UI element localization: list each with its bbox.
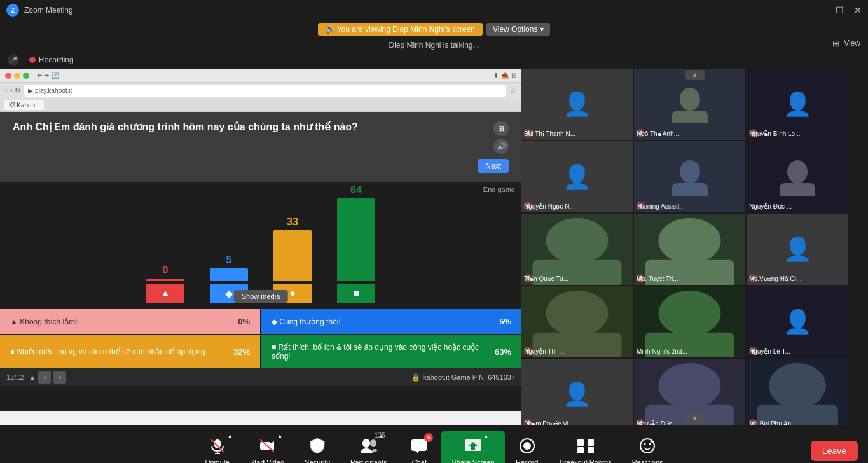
start-video-label: Start Video (250, 459, 284, 464)
participant-name-5: Training Assistt... (637, 203, 685, 210)
shield-svg (309, 437, 326, 455)
participant-tile-9: 👤 🔇 Ms.Vương Hà Gi... (747, 214, 848, 285)
answer3-pct: 32% (233, 347, 250, 357)
close-button[interactable]: ✕ (854, 5, 862, 15)
person-silhouette-2 (665, 85, 715, 123)
reactions-button[interactable]: + Reactions (622, 431, 673, 464)
participant-tile-11: Minh Nghi's 2nd... (634, 286, 745, 357)
svg-rect-8 (780, 183, 815, 196)
maximize-button[interactable]: ☐ (836, 5, 844, 15)
security-label: Security (305, 459, 330, 464)
chat-badge: 6 (424, 433, 433, 442)
kahoot-content: Anh Chị Em đánh giá chương trình hôm nay… (0, 112, 521, 411)
share-caret[interactable]: ▲ (483, 433, 488, 439)
browser-url-bar[interactable]: ▶ play.kahoot.it (24, 85, 506, 97)
security-button[interactable]: Security (294, 431, 340, 464)
share-screen-icon: ▲ (463, 436, 483, 456)
expand-panel-button[interactable]: ∨ (685, 413, 705, 424)
start-video-button[interactable]: ▲ Start Video (240, 431, 294, 464)
breakout-rooms-label: Breakout Rooms (560, 459, 612, 464)
game-pin-text: kahoot.it Game PIN: 6491037 (423, 373, 515, 381)
title-bar-left: Z Zoom Meeting (6, 4, 73, 17)
svg-rect-44 (577, 447, 584, 453)
bar2-value: 5 (226, 254, 232, 266)
person-silhouette-11 (634, 286, 745, 357)
answer2-text: Cũng thường thôi! (279, 317, 340, 326)
answer2-icon: ◆ Cũng thường thôi! (272, 317, 341, 326)
participant-tile-1: 👤 🔇 Bùi Thị Thanh N... (521, 69, 633, 140)
minimize-button[interactable]: — (816, 5, 825, 15)
svg-point-22 (659, 363, 721, 409)
back-button[interactable]: ‹ (5, 86, 8, 95)
bar1-rect (146, 279, 184, 281)
record-button[interactable]: Record (505, 431, 549, 464)
toolbar: ▲ Unmute ▲ Start Video Security (0, 425, 868, 463)
participant-name-11: Minh Nghi's 2nd... (637, 348, 687, 355)
participant-name-15: Mr. Bui Phu An (749, 420, 791, 425)
bar1-icon: ▲ (146, 284, 184, 303)
svg-rect-36 (411, 439, 427, 451)
participants-button[interactable]: ▲ 125 Participants (340, 431, 397, 464)
end-game-link[interactable]: End game (483, 186, 515, 193)
svg-point-16 (546, 291, 609, 336)
browser-minimize-dot[interactable] (14, 73, 20, 79)
chat-button[interactable]: 6 Chat (397, 431, 441, 464)
kahoot-question-header: Anh Chị Em đánh giá chương trình hôm nay… (0, 112, 521, 182)
bar1-value: 0 (163, 265, 169, 276)
answer-option-3: ● Nhiều điều thú vị, và tôi có thể sẽ câ… (0, 335, 260, 368)
participant-tile-5: 🔇 Training Assistt... (634, 141, 745, 212)
forward-button[interactable]: › (10, 86, 13, 95)
collapse-panel-button[interactable]: ∧ (685, 70, 705, 80)
recording-bar: 🎤 Recording ⊞ View (0, 51, 868, 69)
bar3-value: 33 (287, 216, 298, 228)
video-caret[interactable]: ▲ (277, 433, 282, 439)
reactions-svg: + (638, 437, 656, 455)
leave-button[interactable]: Leave (811, 441, 858, 461)
participant-avatar-3: 👤 (747, 69, 848, 140)
avatar-icon-3: 👤 (783, 91, 812, 118)
participant-name-7: Trần Quốc Tu... (524, 275, 568, 282)
participant-tile-15: 🔇 Mr. Bui Phu An (747, 359, 848, 425)
avatar-icon-12: 👤 (783, 308, 812, 335)
unmute-button[interactable]: ▲ Unmute (195, 431, 240, 464)
kahoot-next-button[interactable]: Next (478, 159, 509, 173)
record-label: Record (516, 459, 538, 464)
share-screen-button[interactable]: ▲ Share Screen (441, 431, 504, 464)
share-screen-svg (464, 437, 483, 455)
bar4-rect (337, 198, 375, 281)
participant-avatar-9: 👤 (747, 214, 848, 285)
svg-point-10 (546, 218, 609, 264)
unmute-caret[interactable]: ▲ (228, 433, 233, 439)
sound-icon[interactable]: 🔊 (493, 139, 509, 154)
refresh-button[interactable]: ↻ (15, 86, 20, 95)
svg-point-25 (769, 363, 826, 409)
next-slide-button[interactable]: › (53, 371, 66, 384)
lock-icon: 🔒 (411, 373, 420, 382)
participant-name-3: Nguyễn Bình Lo... (749, 130, 801, 137)
show-media-button[interactable]: Show media (234, 290, 288, 303)
participant-video-10 (521, 286, 633, 357)
kahoot-tab[interactable]: K! Kahoot! (4, 100, 44, 110)
participant-video-8 (634, 214, 745, 285)
answer-option-2: ◆ Cũng thường thôi! 5% (261, 309, 521, 334)
avatar-icon-1: 👤 (563, 91, 591, 118)
answer3-icon: ● Nhiều điều thú vị, và tôi có thể sẽ câ… (10, 347, 207, 356)
avatar-icon-13: 👤 (563, 381, 591, 408)
prev-slide-button[interactable]: ‹ (38, 371, 51, 384)
participants-svg (359, 437, 378, 455)
expand-icon[interactable]: ⊞ (493, 121, 509, 136)
person-silhouette-6 (772, 158, 823, 196)
bookmark-button[interactable]: ☆ (510, 86, 516, 95)
participant-name-13: Phạm Phước Vi... (524, 420, 574, 425)
screen-share-area: ⬅ ➡ 🔄 ⬇📤⊞ ‹ › ↻ ▶ play.kahoot.it ☆ (0, 69, 521, 425)
view-button[interactable]: ⊞ View (832, 38, 860, 48)
breakout-rooms-button[interactable]: Breakout Rooms (549, 431, 622, 464)
chart-bar-1: 0 ▲ (146, 265, 184, 303)
browser-close-dot[interactable] (5, 73, 11, 79)
participant-avatar-4: 👤 (521, 141, 633, 212)
browser-titlebar: ⬅ ➡ 🔄 ⬇📤⊞ (0, 69, 521, 83)
person-silhouette-10 (521, 286, 633, 357)
view-options-button[interactable]: View Options ▾ (486, 23, 550, 36)
browser-maximize-dot[interactable] (23, 73, 29, 79)
svg-point-41 (523, 442, 531, 450)
